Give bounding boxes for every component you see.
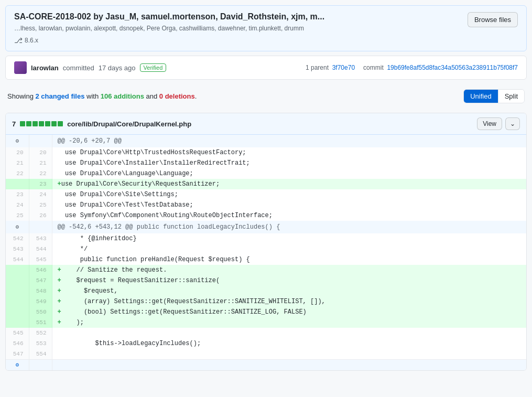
new-num: 25 xyxy=(29,200,52,210)
new-num: 551 xyxy=(29,317,52,328)
new-num: 554 xyxy=(29,349,52,360)
new-num: 22 xyxy=(29,168,52,179)
table-row: 23 24 use Drupal\Core\Site\Settings; xyxy=(6,189,526,200)
table-row: 20 20 use Drupal\Core\Http\TrustedHostsR… xyxy=(6,147,526,158)
stats-text: Showing 2 changed files with 106 additio… xyxy=(7,92,197,100)
line-code: use Drupal\Core\Site\Settings; xyxy=(52,189,526,200)
showing-label: Showing xyxy=(7,92,34,100)
branch-icon: ⎇ xyxy=(14,36,23,45)
new-num: 20 xyxy=(29,147,52,158)
changed-files[interactable]: 2 changed files xyxy=(36,92,85,100)
diff-file-right: View ⌄ xyxy=(477,117,520,130)
commit-action: committed xyxy=(63,64,94,72)
table-row: 547 + $request = RequestSanitizer::sanit… xyxy=(6,275,526,286)
diff-file-path[interactable]: core/lib/Drupal/Core/DrupalKernel.php xyxy=(67,120,191,128)
table-row: 544 545 public function preHandle(Reques… xyxy=(6,254,526,265)
diff-count-squares xyxy=(20,121,63,126)
old-num: 542 xyxy=(6,233,29,244)
new-num: 23 xyxy=(29,179,52,189)
parent-hash[interactable]: 3f70e70 xyxy=(332,64,355,71)
table-row: 23 +use Drupal\Core\Security\RequestSani… xyxy=(6,179,526,189)
table-row: 548 + $request, xyxy=(6,286,526,296)
line-code: use Drupal\Core\Http\TrustedHostsRequest… xyxy=(52,147,526,158)
new-num: 549 xyxy=(29,296,52,307)
line-code: + (array) Settings::get(RequestSanitizer… xyxy=(52,296,526,307)
old-num: 547 xyxy=(6,349,29,360)
old-num: 21 xyxy=(6,158,29,168)
parent-info: 1 parent 3f70e70 xyxy=(306,64,355,71)
line-code: +use Drupal\Core\Security\RequestSanitiz… xyxy=(52,179,526,189)
browse-files-button[interactable]: Browse files xyxy=(468,12,518,27)
branch-tag: ⎇ 8.6.x xyxy=(14,36,38,45)
header-left: SA-CORE-2018-002 by Jasu_M, samuel.morte… xyxy=(14,12,468,45)
bottom-code xyxy=(52,360,526,371)
line-code xyxy=(52,328,526,338)
diff-container: 7 core/lib/Drupal/Core/DrupalKernel.php … xyxy=(5,113,527,371)
old-num: 22 xyxy=(6,168,29,179)
unified-button[interactable]: Unified xyxy=(464,90,498,103)
old-num xyxy=(6,307,29,317)
new-num: 26 xyxy=(29,210,52,221)
commit-row: larowlan committed 17 days ago Verified … xyxy=(5,56,527,80)
branch-name: 8.6.x xyxy=(25,37,38,44)
new-num: 550 xyxy=(29,307,52,317)
hunk-num-1 xyxy=(29,135,52,147)
hunk-expand-icon-2[interactable]: ⚙ xyxy=(6,221,29,233)
old-num: 544 xyxy=(6,254,29,265)
new-num: 553 xyxy=(29,338,52,349)
table-row: 549 + (array) Settings::get(RequestSanit… xyxy=(6,296,526,307)
table-row: 547 554 xyxy=(6,349,526,360)
table-row: 21 21 use Drupal\Core\Installer\Installe… xyxy=(6,158,526,168)
avatar-image xyxy=(14,61,27,74)
line-code: $this->loadLegacyIncludes(); xyxy=(52,338,526,349)
line-code: use Drupal\Core\Test\TestDatabase; xyxy=(52,200,526,210)
commit-title: SA-CORE-2018-002 by Jasu_M, samuel.morte… xyxy=(14,12,468,22)
view-file-button[interactable]: View xyxy=(477,117,502,130)
line-code: */ xyxy=(52,244,526,254)
period: . xyxy=(195,92,197,100)
table-row: 546 553 $this->loadLegacyIncludes(); xyxy=(6,338,526,349)
new-num: 547 xyxy=(29,275,52,286)
deletions: 0 deletions xyxy=(159,92,195,100)
old-num: 20 xyxy=(6,147,29,158)
view-toggle: Unified Split xyxy=(463,89,525,103)
commit-right: 1 parent 3f70e70 commit 19b69fe8af55d8fa… xyxy=(306,64,518,71)
sq5 xyxy=(45,121,50,126)
sq2 xyxy=(26,121,31,126)
bottom-num-1 xyxy=(29,360,52,371)
old-num xyxy=(6,179,29,189)
commit-full-hash[interactable]: 19b69fe8af55d8fac34a50563a238911b75f08f7 xyxy=(387,64,518,71)
new-num: 552 xyxy=(29,328,52,338)
hunk-code-1: @@ -20,6 +20,7 @@ xyxy=(52,135,526,147)
old-num: 25 xyxy=(6,210,29,221)
table-row: 546 + // Sanitize the request. xyxy=(6,265,526,275)
commit-author[interactable]: larowlan xyxy=(31,64,59,72)
avatar xyxy=(14,61,27,74)
split-button[interactable]: Split xyxy=(498,90,524,103)
new-num: 544 xyxy=(29,244,52,254)
and-label: and xyxy=(146,92,158,100)
table-row: 25 26 use Symfony\Cmf\Component\Routing\… xyxy=(6,210,526,221)
sq7 xyxy=(58,121,63,126)
line-code: use Drupal\Core\Language\Language; xyxy=(52,168,526,179)
line-code: use Drupal\Core\Installer\InstallerRedir… xyxy=(52,158,526,168)
old-num: 545 xyxy=(6,328,29,338)
old-num: 543 xyxy=(6,244,29,254)
verified-badge: Verified xyxy=(140,63,167,72)
collapse-button[interactable]: ⌄ xyxy=(505,117,520,130)
new-num: 543 xyxy=(29,233,52,244)
diff-file-header: 7 core/lib/Drupal/Core/DrupalKernel.php … xyxy=(6,113,526,135)
line-code: + $request, xyxy=(52,286,526,296)
hunk-expand-icon-1[interactable]: ⚙ xyxy=(6,135,29,147)
bottom-expand-icon[interactable]: ⚙ xyxy=(6,360,29,371)
diff-table: ⚙ @@ -20,6 +20,7 @@ 20 20 use Drupal\Cor… xyxy=(6,135,526,370)
old-num xyxy=(6,275,29,286)
new-num: 21 xyxy=(29,158,52,168)
diff-changed-count: 7 xyxy=(12,120,16,128)
table-row: 551 + ); xyxy=(6,317,526,328)
table-row: 550 + (bool) Settings::get(RequestSaniti… xyxy=(6,307,526,317)
old-num xyxy=(6,265,29,275)
diff-file-left: 7 core/lib/Drupal/Core/DrupalKernel.php xyxy=(12,120,191,128)
line-code xyxy=(52,349,526,360)
line-code: use Symfony\Cmf\Component\Routing\RouteO… xyxy=(52,210,526,221)
